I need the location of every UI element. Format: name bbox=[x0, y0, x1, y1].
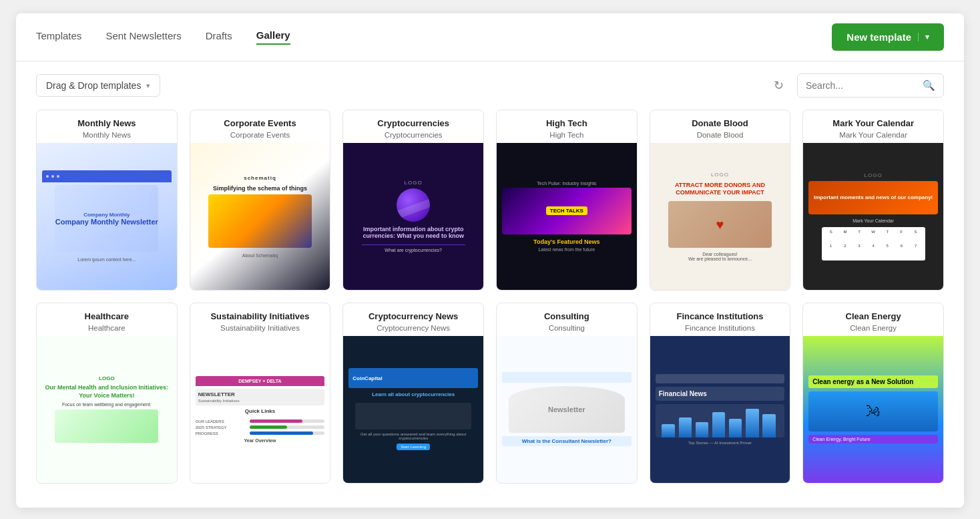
tab-sent-newsletters[interactable]: Sent Newsletters bbox=[105, 30, 181, 44]
toolbar: Drag & Drop templates ▾ ↻ 🔍 bbox=[16, 61, 964, 110]
preview-inner: CoinCapital Learn all about cryptocurren… bbox=[343, 363, 483, 456]
preview-headline: Learn all about cryptocurrencies bbox=[372, 391, 455, 397]
preview-ht-top: TECH TALKS bbox=[502, 188, 632, 234]
donate-heart-icon: ♥ bbox=[716, 217, 724, 232]
preview-nav bbox=[502, 372, 632, 383]
refresh-button[interactable]: ↻ bbox=[770, 74, 788, 97]
template-card-healthcare[interactable]: Healthcare Healthcare LOGO Our Mental He… bbox=[36, 303, 178, 484]
template-card-sustainability[interactable]: Sustainability Initiatives Sustainabilit… bbox=[190, 303, 331, 484]
filter-caret-icon: ▾ bbox=[146, 81, 150, 90]
card-header: Healthcare Healthcare bbox=[37, 303, 177, 336]
card-subtitle: Cryptocurrency News bbox=[350, 324, 477, 332]
card-title: Consulting bbox=[503, 311, 630, 323]
new-template-button[interactable]: New template ▾ bbox=[832, 23, 944, 51]
preview-logo: CoinCapital bbox=[352, 375, 382, 381]
filter-label: Drag & Drop templates bbox=[46, 80, 141, 91]
template-card-clean-energy[interactable]: Clean Energy Clean Energy Clean energy a… bbox=[802, 303, 944, 484]
card-subtitle: Cryptocurrencies bbox=[350, 131, 477, 139]
card-title: Mark Your Calendar bbox=[810, 118, 937, 130]
template-card-donate-blood[interactable]: Donate Blood Donate Blood LOGO ATTRACT M… bbox=[650, 110, 791, 291]
search-box: 🔍 bbox=[797, 73, 944, 98]
preview-newsletter-text: Company Monthly Newsletter bbox=[55, 218, 158, 226]
template-card-cryptocurrencies[interactable]: Cryptocurrencies Cryptocurrencies LOGO I… bbox=[342, 110, 484, 291]
card-subtitle: Clean Energy bbox=[810, 324, 937, 332]
preview-abstract bbox=[208, 194, 312, 248]
preview-headline-box: Financial News bbox=[656, 387, 785, 401]
nav-bar: Templates Sent Newsletters Drafts Galler… bbox=[16, 13, 964, 61]
template-card-corporate-events[interactable]: Corporate Events Corporate Events schema… bbox=[190, 110, 331, 291]
preview-inner: LOGO Important information about crypto … bbox=[343, 174, 483, 258]
templates-grid-row1: Monthly News Monthly News Company Monthl… bbox=[16, 110, 964, 291]
card-preview: Clean energy as a New Solution 🌬 Clean E… bbox=[803, 336, 943, 483]
preview-body: Get all your questions answered and lear… bbox=[348, 432, 478, 440]
template-card-consulting[interactable]: Consulting Consulting Newsletter What is… bbox=[496, 303, 638, 484]
preview-year: Year Overview bbox=[244, 438, 276, 443]
preview-sub: Focus on team wellbeing and engagement: bbox=[62, 402, 152, 407]
preview-header: DEMPSEY + DELTA bbox=[196, 376, 325, 386]
preview-ce-bottom: Clean Energy, Bright Future bbox=[808, 435, 938, 444]
preview-nav bbox=[656, 374, 785, 383]
card-subtitle: Mark Your Calendar bbox=[810, 131, 937, 139]
preview-footer: Lorem ipsum content here... bbox=[77, 257, 136, 262]
preview-bars: OUR LEADERS 2025 STRATEGY PROGRESS bbox=[196, 419, 325, 436]
preview-img bbox=[55, 409, 158, 443]
preview-chart bbox=[355, 403, 471, 429]
turbine-icon: 🌬 bbox=[866, 403, 881, 420]
card-subtitle: Sustainability Initiatives bbox=[197, 324, 324, 332]
card-subtitle: High Tech bbox=[503, 131, 630, 139]
preview-cal-sub: Mark Your Calendar bbox=[852, 218, 894, 223]
preview-inner: LOGO ATTRACT MORE DONORS AND COMMUNICATE… bbox=[650, 166, 790, 267]
card-preview: DEMPSEY + DELTA NEWSLETTER Sustainabilit… bbox=[190, 336, 330, 483]
card-header: Monthly News Monthly News bbox=[37, 110, 177, 143]
new-template-caret: ▾ bbox=[918, 33, 929, 41]
tab-gallery[interactable]: Gallery bbox=[256, 29, 290, 45]
preview-logo: LOGO bbox=[405, 180, 423, 186]
preview-logo: LOGO bbox=[865, 172, 883, 178]
card-title: Fincance Institutions bbox=[657, 311, 784, 323]
search-icon: 🔍 bbox=[923, 79, 935, 92]
card-subtitle: Healthcare bbox=[43, 324, 170, 332]
preview-logo: Tech Pulse: Industry Insights bbox=[537, 181, 596, 186]
preview-cta: Start Learning bbox=[397, 444, 430, 450]
template-type-filter[interactable]: Drag & Drop templates ▾ bbox=[36, 74, 160, 97]
template-card-finance[interactable]: Fincance Institutions Fincance Instituti… bbox=[650, 303, 791, 484]
card-header: Sustainability Initiatives Sustainabilit… bbox=[190, 303, 330, 336]
preview-ce-bottom-text: Clean Energy, Bright Future bbox=[812, 437, 934, 442]
preview-ht-sub: Latest news from the future bbox=[538, 247, 595, 252]
card-title: Corporate Events bbox=[197, 118, 324, 130]
card-title: Clean Energy bbox=[810, 311, 937, 323]
tab-drafts[interactable]: Drafts bbox=[206, 30, 232, 44]
preview-quick-links: Quick Links bbox=[245, 408, 275, 414]
template-card-mark-calendar[interactable]: Mark Your Calendar Mark Your Calendar LO… bbox=[802, 110, 944, 291]
preview-nl-text: Newsletter bbox=[548, 405, 585, 413]
preview-top-bar bbox=[42, 170, 172, 182]
card-title: Donate Blood bbox=[657, 118, 784, 130]
preview-newspaper: Newsletter bbox=[509, 386, 625, 433]
card-header: Corporate Events Corporate Events bbox=[190, 110, 330, 143]
card-title: Sustainability Initiatives bbox=[197, 311, 324, 323]
preview-badge: TECH TALKS bbox=[546, 206, 587, 215]
card-preview: Company Monthly Company Monthly Newslett… bbox=[37, 143, 177, 290]
card-header: Clean Energy Clean Energy bbox=[803, 303, 943, 336]
card-subtitle: Donate Blood bbox=[657, 131, 784, 139]
template-card-monthly-news[interactable]: Monthly News Monthly News Company Monthl… bbox=[36, 110, 178, 291]
preview-body: Dear colleagues!We are pleased to announ… bbox=[688, 252, 752, 261]
template-card-high-tech[interactable]: High Tech High Tech Tech Pulse: Industry… bbox=[496, 110, 638, 291]
card-preview: LOGO Important information about crypto … bbox=[343, 143, 483, 290]
preview-ce-top: Clean energy as a New Solution bbox=[808, 375, 938, 388]
card-preview: Newsletter What is the Consultant Newsle… bbox=[497, 336, 637, 483]
preview-divider bbox=[362, 244, 465, 245]
preview-inner: LOGO Important moments and news of our c… bbox=[803, 167, 943, 266]
template-card-crypto-news[interactable]: Cryptocurrency News Cryptocurrency News … bbox=[342, 303, 484, 484]
card-preview: Financial News Top Stories — AI Investme… bbox=[650, 336, 790, 483]
preview-headline: Important information about crypto curre… bbox=[348, 226, 478, 239]
preview-card-sub: Sustainability Initiatives bbox=[198, 399, 322, 403]
search-input[interactable] bbox=[806, 80, 919, 91]
card-preview: Tech Pulse: Industry Insights TECH TALKS… bbox=[497, 143, 637, 290]
preview-card: NEWSLETTER Sustainability Initiatives bbox=[196, 389, 325, 405]
tab-templates[interactable]: Templates bbox=[36, 30, 81, 44]
preview-inner: LOGO Our Mental Health and Inclusion Ini… bbox=[37, 370, 177, 448]
card-subtitle: Fincance Institutions bbox=[657, 324, 784, 332]
card-subtitle: Consulting bbox=[503, 324, 630, 332]
card-title: High Tech bbox=[503, 118, 630, 130]
